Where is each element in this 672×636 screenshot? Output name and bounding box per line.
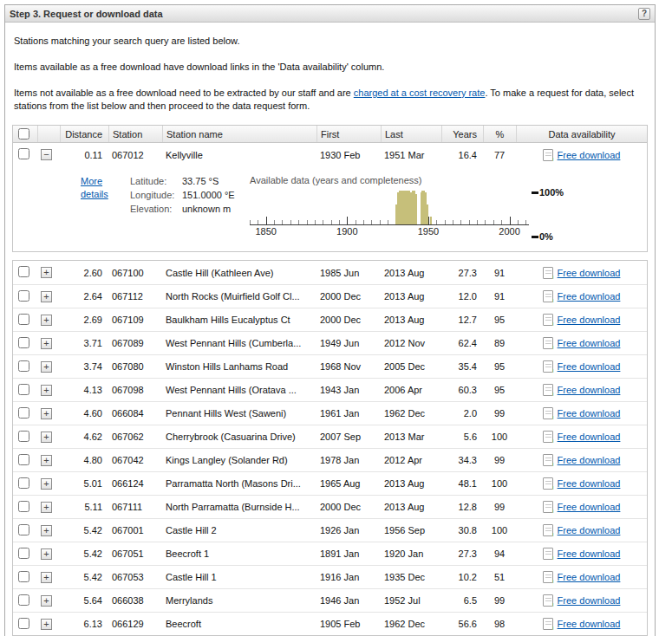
free-download-link[interactable]: Free download	[558, 338, 621, 348]
free-download-link[interactable]: Free download	[558, 408, 621, 419]
expanded-station-block: − 0.11 067012 Kellyville 1930 Feb 1951 M…	[12, 142, 648, 252]
station-checkbox[interactable]	[18, 477, 29, 489]
station-checkbox[interactable]	[18, 337, 29, 348]
free-download-link[interactable]: Free download	[558, 315, 621, 325]
percent-cell: 100	[483, 432, 516, 442]
years-cell: 35.4	[441, 361, 483, 372]
x-axis-tick-label: 1850	[255, 226, 276, 237]
percent-cell: 95	[483, 315, 516, 325]
free-download-link[interactable]: Free download	[558, 548, 621, 559]
major-tick	[428, 217, 429, 224]
station-checkbox[interactable]	[18, 360, 29, 372]
free-download-link[interactable]: Free download	[558, 619, 621, 629]
expand-toggle-icon[interactable]: +	[41, 525, 52, 536]
availability-bar	[415, 194, 417, 224]
col-header-station-name[interactable]: Station name	[162, 126, 316, 142]
station-checkbox[interactable]	[18, 524, 29, 535]
station-checkbox[interactable]	[18, 314, 29, 325]
station-checkbox[interactable]	[18, 384, 29, 395]
station-name-cell: Merrylands	[162, 595, 316, 606]
free-download-link[interactable]: Free download	[558, 385, 621, 395]
col-header-first[interactable]: First	[316, 126, 381, 142]
distance-cell: 5.11	[60, 502, 108, 512]
select-all-cell	[13, 126, 37, 142]
expand-toggle-icon[interactable]: +	[41, 619, 52, 630]
years-cell: 48.1	[441, 478, 483, 489]
station-checkbox[interactable]	[18, 407, 29, 419]
latitude-value: 33.75 °S	[182, 176, 219, 186]
more-details-link[interactable]: More details	[81, 176, 108, 199]
free-download-link[interactable]: Free download	[558, 502, 621, 512]
first-cell: 1930 Feb	[316, 150, 381, 160]
station-checkbox[interactable]	[18, 501, 29, 512]
col-header-availability[interactable]: Data availability	[516, 126, 647, 142]
select-all-checkbox[interactable]	[18, 128, 29, 140]
col-header-last[interactable]: Last	[381, 126, 441, 142]
free-download-link[interactable]: Free download	[558, 572, 621, 582]
cost-recovery-link[interactable]: charged at a cost recovery rate	[354, 88, 486, 98]
years-cell: 2.0	[441, 408, 483, 419]
station-checkbox[interactable]	[18, 548, 29, 559]
expand-toggle-icon[interactable]: +	[41, 385, 52, 396]
free-download-link[interactable]: Free download	[558, 595, 621, 606]
expand-toggle-icon[interactable]: +	[41, 315, 52, 326]
station-checkbox[interactable]	[18, 571, 29, 582]
longitude-value: 151.0000 °E	[182, 190, 235, 200]
free-download-link[interactable]: Free download	[558, 150, 621, 160]
panel-body: Stations matching your search query are …	[5, 23, 655, 636]
download-icon	[543, 407, 553, 419]
collapse-toggle-icon[interactable]: −	[41, 149, 52, 160]
expand-toggle-icon[interactable]: +	[41, 267, 52, 278]
expand-toggle-icon[interactable]: +	[41, 432, 52, 443]
station-checkbox[interactable]	[18, 594, 29, 606]
station-checkbox[interactable]	[18, 266, 29, 277]
expand-toggle-icon[interactable]: +	[41, 455, 52, 466]
elevation-label: Elevation:	[130, 204, 182, 214]
last-cell: 1962 Dec	[381, 408, 441, 419]
expand-toggle-icon[interactable]: +	[41, 291, 52, 302]
station-checkbox[interactable]	[18, 148, 29, 159]
distance-cell: 5.64	[60, 595, 108, 606]
station-name-cell: Beecroft 1	[162, 548, 316, 559]
station-checkbox[interactable]	[18, 618, 29, 629]
col-header-distance[interactable]: Distance	[60, 126, 108, 142]
first-cell: 1968 Nov	[316, 361, 381, 372]
distance-cell: 5.42	[60, 525, 108, 535]
station-checkbox[interactable]	[18, 431, 29, 442]
expand-toggle-icon[interactable]: +	[41, 595, 52, 607]
distance-cell: 3.71	[60, 338, 108, 348]
expand-toggle-icon[interactable]: +	[41, 338, 52, 349]
station-checkbox[interactable]	[18, 454, 29, 465]
first-cell: 2000 Dec	[316, 291, 381, 302]
expand-toggle-icon[interactable]: +	[41, 572, 52, 583]
expand-toggle-icon[interactable]: +	[41, 408, 52, 419]
percent-cell: 91	[483, 291, 516, 302]
expand-toggle-icon[interactable]: +	[41, 502, 52, 513]
expand-toggle-icon[interactable]: +	[41, 548, 52, 560]
station-checkbox[interactable]	[18, 290, 29, 302]
x-axis-labels: 1850190019502000	[250, 225, 529, 237]
percent-cell: 89	[483, 338, 516, 348]
free-download-link[interactable]: Free download	[558, 525, 621, 535]
free-download-link[interactable]: Free download	[558, 361, 621, 372]
free-download-link[interactable]: Free download	[558, 455, 621, 465]
station-name-cell: Castle Hill (Kathleen Ave)	[162, 268, 316, 278]
years-cell: 56.6	[441, 619, 483, 629]
station-name-cell: Parramatta North (Masons Dri...	[162, 478, 316, 489]
distance-cell: 5.42	[60, 572, 108, 582]
download-icon	[543, 149, 553, 161]
expand-toggle-icon[interactable]: +	[41, 478, 52, 490]
col-header-station[interactable]: Station	[108, 126, 162, 142]
col-header-percent[interactable]: %	[483, 126, 516, 142]
y-max-label: 100%	[539, 187, 564, 198]
free-download-link[interactable]: Free download	[558, 291, 621, 302]
years-cell: 16.4	[441, 150, 483, 160]
free-download-link[interactable]: Free download	[558, 478, 621, 489]
free-download-link[interactable]: Free download	[558, 432, 621, 442]
first-cell: 1926 Jan	[316, 525, 381, 535]
help-icon[interactable]: ?	[638, 8, 650, 20]
expand-toggle-icon[interactable]: +	[41, 361, 52, 373]
free-download-link[interactable]: Free download	[558, 268, 621, 278]
station-id-cell: 067080	[108, 361, 162, 372]
col-header-years[interactable]: Years	[441, 126, 483, 142]
